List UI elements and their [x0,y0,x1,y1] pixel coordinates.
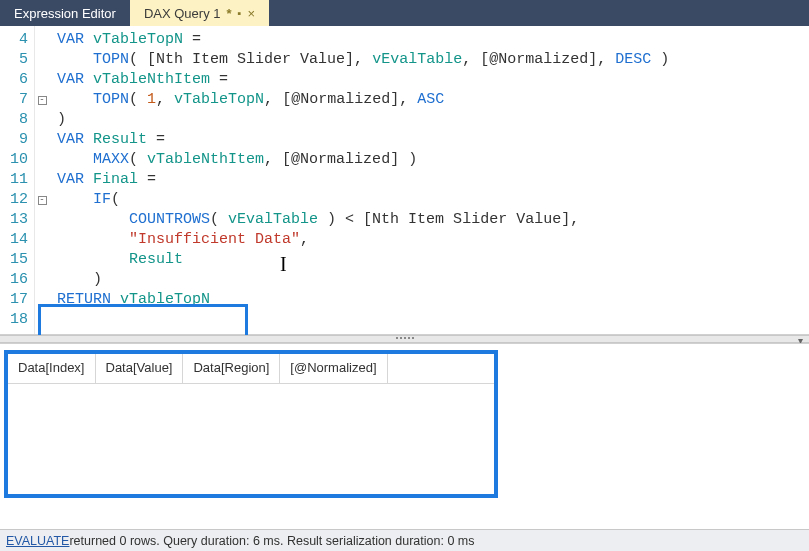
fold-cell [35,230,49,250]
fold-cell [35,250,49,270]
line-number: 15 [10,250,28,270]
results-column-header[interactable]: Data[Region] [183,354,280,383]
results-column-header[interactable]: Data[Index] [8,354,96,383]
line-number-gutter: 456789101112131415161718 [0,26,35,334]
line-number: 8 [10,110,28,130]
tab-label: DAX Query 1 [144,6,221,21]
tab-dirty-indicator: * [226,6,231,21]
code-line[interactable]: "Insufficient Data", [57,230,801,250]
results-column-header[interactable]: Data[Value] [96,354,184,383]
tab-dax-query[interactable]: DAX Query 1 * ▪ × [130,0,269,26]
close-icon[interactable]: × [247,7,255,20]
code-line[interactable]: IF( [57,190,801,210]
fold-cell [35,130,49,150]
line-number: 6 [10,70,28,90]
status-bar: EVALUATE returned 0 rows. Query duration… [0,529,809,551]
results-grid[interactable]: Data[Index]Data[Value]Data[Region][@Norm… [4,350,498,498]
code-line[interactable]: COUNTROWS( vEvalTable ) < [Nth Item Slid… [57,210,801,230]
code-line[interactable]: ) [57,110,801,130]
horizontal-splitter[interactable]: ▾ [0,335,809,343]
code-line[interactable]: RETURN vTableTopN [57,290,801,310]
code-line[interactable]: TOPN( [Nth Item Slider Value], vEvalTabl… [57,50,801,70]
tab-expression-editor[interactable]: Expression Editor [0,0,130,26]
line-number: 5 [10,50,28,70]
pin-icon[interactable]: ▪ [238,7,242,19]
fold-cell [35,30,49,50]
code-line[interactable] [57,310,801,330]
fold-cell [35,310,49,330]
code-line[interactable]: VAR vTableNthItem = [57,70,801,90]
line-number: 9 [10,130,28,150]
code-line[interactable]: MAXX( vTableNthItem, [@Normalized] ) [57,150,801,170]
line-number: 7 [10,90,28,110]
code-line[interactable]: VAR Final = [57,170,801,190]
results-column-header[interactable]: [@Normalized] [280,354,387,383]
fold-cell [35,290,49,310]
line-number: 13 [10,210,28,230]
fold-cell [35,70,49,90]
code-line[interactable]: VAR Result = [57,130,801,150]
line-number: 11 [10,170,28,190]
line-number: 17 [10,290,28,310]
fold-cell [35,110,49,130]
code-editor[interactable]: 456789101112131415161718 -- VAR vTableTo… [0,26,809,335]
fold-toggle-icon[interactable]: - [38,196,47,205]
results-panel: Data[Index]Data[Value]Data[Region][@Norm… [0,343,809,529]
fold-cell [35,270,49,290]
fold-cell[interactable]: - [35,90,49,110]
splitter-grip-icon [390,337,420,341]
fold-toggle-icon[interactable]: - [38,96,47,105]
line-number: 12 [10,190,28,210]
code-line[interactable]: ) [57,270,801,290]
fold-column[interactable]: -- [35,26,49,334]
fold-cell [35,170,49,190]
status-text: returned 0 rows. Query duration: 6 ms. R… [69,534,474,548]
code-area[interactable]: VAR vTableTopN = TOPN( [Nth Item Slider … [49,26,809,334]
results-header-row: Data[Index]Data[Value]Data[Region][@Norm… [8,354,494,384]
code-line[interactable]: VAR vTableTopN = [57,30,801,50]
line-number: 14 [10,230,28,250]
line-number: 10 [10,150,28,170]
line-number: 16 [10,270,28,290]
fold-cell [35,50,49,70]
fold-cell [35,150,49,170]
tab-bar: Expression Editor DAX Query 1 * ▪ × [0,0,809,26]
evaluate-link[interactable]: EVALUATE [6,534,69,548]
code-line[interactable]: TOPN( 1, vTableTopN, [@Normalized], ASC [57,90,801,110]
code-line[interactable]: Result [57,250,801,270]
line-number: 18 [10,310,28,330]
fold-cell[interactable]: - [35,190,49,210]
line-number: 4 [10,30,28,50]
tab-label: Expression Editor [14,6,116,21]
fold-cell [35,210,49,230]
